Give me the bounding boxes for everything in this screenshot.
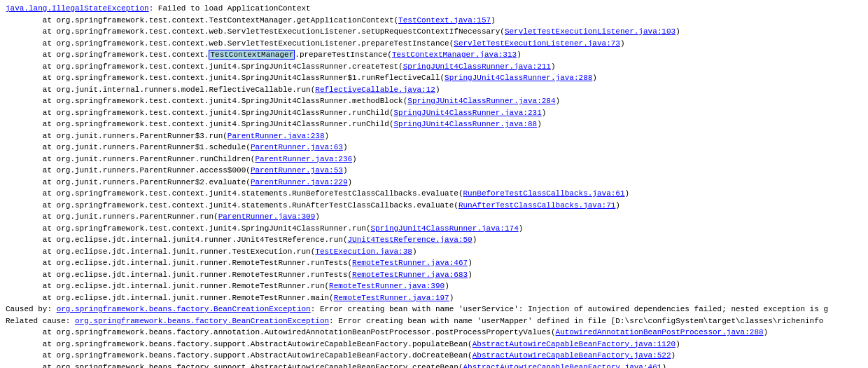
link-8[interactable]: ReflectiveCallable.java:12: [315, 86, 435, 94]
console-output: java.lang.IllegalStateException: Failed …: [0, 0, 868, 368]
link-7[interactable]: SpringJUnit4ClassRunner.java:288: [444, 74, 592, 82]
link-23[interactable]: RemoteTestRunner.java:467: [352, 259, 468, 267]
cb-line-6: at org.springframework.beans.factory.sup…: [6, 362, 862, 369]
link-cb6[interactable]: AbstractAutowireCapableBeanFactory.java:…: [463, 363, 662, 369]
line-3: at org.springframework.test.context.web.…: [6, 26, 862, 38]
line-19: at org.junit.runners.ParentRunner.run(Pa…: [6, 211, 862, 223]
test-context-manager-highlight: TestContextManager: [209, 50, 295, 60]
line-14: at org.junit.runners.ParentRunner.runChi…: [6, 154, 862, 165]
link-22[interactable]: TestExecution.java:38: [315, 247, 412, 256]
link-26[interactable]: RemoteTestRunner.java:197: [334, 294, 449, 302]
line-18: at org.springframework.test.context.juni…: [6, 200, 862, 212]
line-6: at org.springframework.test.context.juni…: [6, 61, 862, 73]
related-cause-1-link[interactable]: org.springframework.beans.factory.BeanCr…: [75, 317, 329, 325]
link-19[interactable]: ParentRunner.java:309: [218, 212, 316, 221]
link-20[interactable]: SpringJUnit4ClassRunner.java:174: [371, 224, 519, 233]
line-10: at org.springframework.test.context.juni…: [6, 107, 862, 119]
line-23: at org.eclipse.jdt.internal.junit.runner…: [6, 257, 862, 269]
link-15[interactable]: ParentRunner.java:53: [251, 166, 343, 175]
link-2[interactable]: TestContext.java:157: [398, 16, 491, 25]
link-18[interactable]: RunAfterTestClassCallbacks.java:71: [458, 201, 615, 210]
cb-line-4: at org.springframework.beans.factory.sup…: [6, 339, 862, 350]
line-5: at org.springframework.test.context.Test…: [6, 49, 862, 61]
link-cb5[interactable]: AbstractAutowireCapableBeanFactory.java:…: [472, 351, 671, 360]
cb-line-3: at org.springframework.beans.factory.ann…: [6, 327, 862, 339]
line-13: at org.junit.runners.ParentRunner$1.sche…: [6, 142, 862, 154]
line-22: at org.eclipse.jdt.internal.junit.runner…: [6, 246, 862, 258]
caused-by-1-link[interactable]: org.springframework.beans.factory.BeanCr…: [57, 305, 311, 313]
line-26: at org.eclipse.jdt.internal.junit.runner…: [6, 292, 862, 304]
line-8: at org.junit.internal.runners.model.Refl…: [6, 84, 862, 96]
link-14[interactable]: ParentRunner.java:236: [255, 155, 352, 163]
line-1: java.lang.IllegalStateException: Failed …: [6, 3, 862, 15]
link-25[interactable]: RemoteTestRunner.java:390: [329, 282, 444, 290]
line-16: at org.junit.runners.ParentRunner$2.eval…: [6, 177, 862, 189]
link-21[interactable]: JUnit4TestReference.java:50: [347, 236, 472, 244]
link-10[interactable]: SpringJUnit4ClassRunner.java:231: [394, 109, 542, 117]
line-9: at org.springframework.test.context.juni…: [6, 95, 862, 107]
illegal-state-exception-link[interactable]: java.lang.IllegalStateException: [6, 4, 149, 13]
link-6[interactable]: SpringJUnit4ClassRunner.java:211: [403, 62, 551, 71]
line-2: at org.springframework.test.context.Test…: [6, 15, 862, 27]
line-1-text: : Failed to load ApplicationContext: [149, 4, 311, 13]
link-13[interactable]: ParentRunner.java:63: [251, 143, 343, 151]
link-24[interactable]: RemoteTestRunner.java:683: [352, 271, 468, 279]
link-17[interactable]: RunBeforeTestClassCallbacks.java:61: [463, 189, 625, 198]
line-21: at org.eclipse.jdt.internal.junit4.runne…: [6, 234, 862, 246]
line-24: at org.eclipse.jdt.internal.junit.runner…: [6, 269, 862, 281]
link-4[interactable]: ServletTestExecutionListener.java:73: [454, 39, 620, 48]
link-9[interactable]: SpringJUnit4ClassRunner.java:284: [407, 97, 555, 105]
line-12: at org.junit.runners.ParentRunner$3.run(…: [6, 130, 862, 142]
link-cb3[interactable]: AutowiredAnnotationBeanPostProcessor.jav…: [556, 328, 764, 336]
link-12[interactable]: ParentRunner.java:238: [227, 132, 325, 140]
line-7: at org.springframework.test.context.juni…: [6, 72, 862, 84]
line-17: at org.springframework.test.context.juni…: [6, 188, 862, 200]
line-4: at org.springframework.test.context.web.…: [6, 38, 862, 50]
line-15: at org.junit.runners.ParentRunner.access…: [6, 165, 862, 177]
line-11: at org.springframework.test.context.juni…: [6, 118, 862, 130]
related-cause-1: Related cause: org.springframework.beans…: [6, 315, 862, 327]
link-cb4[interactable]: AbstractAutowireCapableBeanFactory.java:…: [472, 340, 676, 348]
line-25: at org.eclipse.jdt.internal.junit.runner…: [6, 280, 862, 292]
cb-line-5: at org.springframework.beans.factory.sup…: [6, 350, 862, 362]
link-3[interactable]: ServletTestExecutionListener.java:103: [505, 27, 676, 36]
line-20: at org.springframework.test.context.juni…: [6, 223, 862, 235]
link-5[interactable]: TestContextManager.java:313: [392, 50, 517, 59]
link-11[interactable]: SpringJUnit4ClassRunner.java:88: [394, 120, 538, 128]
caused-by-1: Caused by: org.springframework.beans.fac…: [6, 304, 862, 315]
link-16[interactable]: ParentRunner.java:229: [251, 178, 348, 186]
